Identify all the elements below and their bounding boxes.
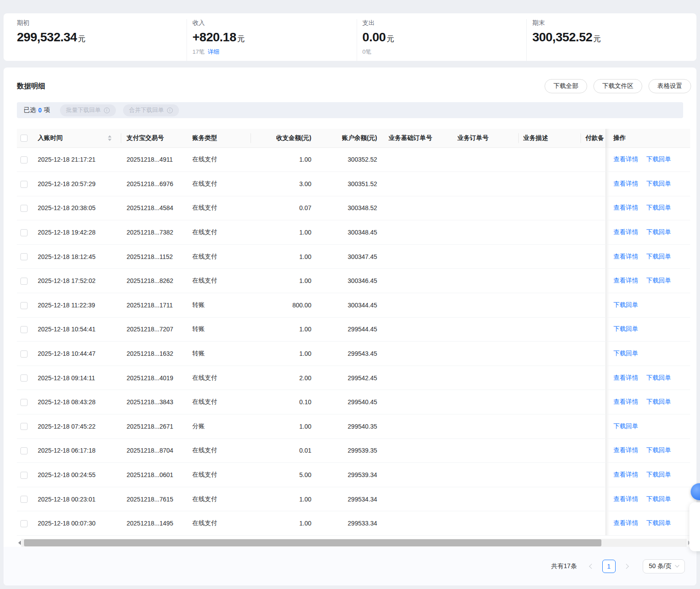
- cell-balance: 299539.35: [319, 438, 383, 463]
- cell-amount: 1.00: [251, 414, 319, 439]
- row-checkbox[interactable]: [20, 205, 28, 212]
- row-checkbox[interactable]: [20, 181, 28, 188]
- cell-order: [452, 414, 519, 439]
- row-checkbox[interactable]: [20, 472, 28, 479]
- row-checkbox[interactable]: [20, 253, 28, 260]
- row-checkbox[interactable]: [20, 399, 28, 406]
- view-detail-link[interactable]: 查看详情: [613, 253, 638, 260]
- download-receipt-link[interactable]: 下载回单: [613, 350, 638, 357]
- cell-amount: 1.00: [251, 244, 319, 269]
- cell-base-order: [383, 172, 452, 196]
- header-entry-time: 入账时间: [33, 129, 121, 147]
- cell-payer: [581, 244, 605, 269]
- download-receipt-link[interactable]: 下载回单: [646, 253, 671, 260]
- download-receipt-link[interactable]: 下载回单: [646, 446, 671, 454]
- download-receipt-link[interactable]: 下载回单: [646, 228, 671, 235]
- stat-sub: 0笔: [362, 48, 527, 55]
- page-number[interactable]: 1: [602, 560, 616, 573]
- cell-base-order: [383, 390, 452, 414]
- select-all-checkbox[interactable]: [20, 135, 28, 142]
- cell-transaction-id: 20251218...1711: [121, 293, 184, 318]
- download-all-button[interactable]: 下载全部: [545, 79, 587, 93]
- download-receipt-link[interactable]: 下载回单: [646, 374, 671, 381]
- view-detail-link[interactable]: 查看详情: [613, 277, 638, 284]
- download-receipt-link[interactable]: 下载回单: [646, 155, 671, 163]
- scrollbar-thumb[interactable]: [24, 539, 601, 546]
- stat-sub: 17笔详细: [192, 48, 357, 55]
- cell-amount: 0.07: [251, 196, 319, 220]
- cell-account-type: 转账: [184, 342, 251, 366]
- cell-order: [452, 269, 519, 293]
- cell-checkbox: [17, 147, 33, 172]
- cell-amount: 1.00: [251, 487, 319, 511]
- view-detail-link[interactable]: 查看详情: [613, 228, 638, 235]
- cell-entry-time: 2025-12-18 07:45:22: [33, 414, 121, 439]
- cell-checkbox: [17, 244, 33, 269]
- view-detail-link[interactable]: 查看详情: [613, 180, 638, 187]
- cell-payer: [581, 390, 605, 414]
- download-receipt-link[interactable]: 下载回单: [646, 277, 671, 284]
- row-checkbox[interactable]: [20, 278, 28, 285]
- cell-checkbox: [17, 511, 33, 536]
- row-checkbox[interactable]: [20, 374, 28, 382]
- download-receipt-link[interactable]: 下载回单: [646, 495, 671, 502]
- header-checkbox-cell: [17, 129, 33, 147]
- row-checkbox[interactable]: [20, 350, 28, 358]
- cell-amount: 0.01: [251, 438, 319, 463]
- header-base-order: 业务基础订单号: [383, 129, 452, 147]
- download-receipt-link[interactable]: 下载回单: [646, 180, 671, 187]
- download-receipt-link[interactable]: 下载回单: [646, 398, 671, 405]
- view-detail-link[interactable]: 查看详情: [613, 155, 638, 163]
- page-size-select[interactable]: 50 条/页: [643, 559, 685, 573]
- view-detail-link[interactable]: 查看详情: [613, 495, 638, 502]
- download-receipt-link[interactable]: 下载回单: [613, 325, 638, 332]
- download-receipt-link[interactable]: 下载回单: [613, 301, 638, 308]
- income-detail-link[interactable]: 详细: [208, 48, 219, 55]
- table-header-row: 入账时间 支付宝交易号 账务类型 收支金额(元) 账户余额(元) 业务基础订单号…: [17, 129, 690, 147]
- row-checkbox[interactable]: [20, 520, 28, 527]
- sort-icon[interactable]: [108, 135, 111, 141]
- download-receipt-link[interactable]: 下载回单: [613, 422, 638, 430]
- chevron-left-icon[interactable]: [586, 561, 597, 572]
- cell-checkbox: [17, 366, 33, 390]
- download-receipt-link[interactable]: 下载回单: [646, 204, 671, 211]
- view-detail-link[interactable]: 查看详情: [613, 398, 638, 405]
- stat-expense: 支出 0.00元 0笔: [357, 19, 527, 61]
- cell-balance: 300344.45: [319, 293, 383, 318]
- cell-description: [519, 317, 581, 342]
- row-checkbox[interactable]: [20, 229, 28, 236]
- cell-actions: 下载回单: [605, 414, 690, 439]
- download-receipt-link[interactable]: 下载回单: [646, 471, 671, 478]
- row-checkbox[interactable]: [20, 326, 28, 333]
- scroll-left-icon[interactable]: [16, 541, 21, 545]
- view-detail-link[interactable]: 查看详情: [613, 204, 638, 211]
- row-checkbox[interactable]: [20, 447, 28, 454]
- row-checkbox[interactable]: [20, 302, 28, 309]
- cell-payer: [581, 511, 605, 536]
- view-detail-link[interactable]: 查看详情: [613, 446, 638, 454]
- download-receipt-link[interactable]: 下载回单: [646, 519, 671, 526]
- download-file-area-button[interactable]: 下载文件区: [593, 79, 642, 93]
- merge-download-receipt-button[interactable]: 合并下载回单 i: [123, 104, 179, 116]
- view-detail-link[interactable]: 查看详情: [613, 374, 638, 381]
- chevron-right-icon[interactable]: [620, 561, 632, 572]
- selected-count: 0: [38, 107, 42, 114]
- header-amount: 收支金额(元): [251, 129, 319, 147]
- scrollbar-track[interactable]: [21, 539, 687, 547]
- row-checkbox[interactable]: [20, 496, 28, 503]
- cell-description: [519, 487, 581, 511]
- merge-download-label: 合并下载回单: [129, 106, 164, 114]
- row-checkbox[interactable]: [20, 423, 28, 430]
- view-detail-link[interactable]: 查看详情: [613, 519, 638, 526]
- table-settings-button[interactable]: 表格设置: [648, 79, 691, 93]
- row-checkbox[interactable]: [20, 156, 28, 163]
- batch-download-receipt-button[interactable]: 批量下载回单 i: [60, 104, 116, 116]
- cell-checkbox: [17, 196, 33, 220]
- assistant-panel[interactable]: [689, 502, 700, 551]
- horizontal-scrollbar[interactable]: [16, 539, 693, 547]
- stat-income: 收入 +820.18元 17笔详细: [187, 19, 357, 61]
- view-detail-link[interactable]: 查看详情: [613, 471, 638, 478]
- cell-actions: 查看详情下载回单: [605, 511, 690, 536]
- table-body: 2025-12-18 21:17:2120251218...4911在线支付1.…: [17, 147, 690, 536]
- cell-order: [452, 366, 519, 390]
